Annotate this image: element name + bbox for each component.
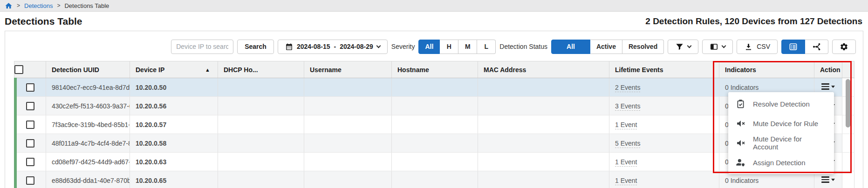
col-header-device-ip[interactable]: Device IP ▲ bbox=[130, 61, 218, 78]
assign-detection-icon bbox=[736, 158, 745, 168]
lifetime-events-cell: 1 Event bbox=[609, 115, 719, 134]
mac-address-cell bbox=[478, 115, 609, 134]
date-range-end: 2024-08-29 bbox=[340, 43, 373, 50]
lifetime-events-cell: 3 Events bbox=[609, 97, 719, 115]
search-button[interactable]: Search bbox=[237, 40, 274, 54]
severity-high-button[interactable]: H bbox=[440, 40, 458, 54]
date-range-start: 2024-08-15 bbox=[297, 43, 330, 50]
events-link[interactable]: 1 Event bbox=[615, 177, 637, 185]
settings-gear-icon bbox=[840, 42, 848, 51]
severity-label: Severity bbox=[391, 43, 415, 50]
sort-asc-icon[interactable]: ▲ bbox=[205, 67, 210, 73]
menu-item-mute-device-account[interactable]: Mute Device for Account bbox=[728, 133, 834, 153]
detection-uuid-cell[interactable]: 430c2ef5-f513-4603-9a37-6... bbox=[46, 97, 130, 115]
menu-item-assign-detection[interactable]: Assign Detection bbox=[728, 153, 834, 172]
mac-address-cell bbox=[478, 153, 609, 171]
events-link[interactable]: 1 Event bbox=[615, 158, 637, 167]
events-link[interactable]: 5 Events bbox=[615, 140, 640, 148]
date-range-separator: - bbox=[334, 43, 336, 50]
table-view-icon bbox=[789, 42, 798, 51]
username-cell bbox=[304, 171, 392, 188]
dhcp-host-cell bbox=[218, 153, 304, 171]
column-picker-button[interactable] bbox=[702, 40, 733, 54]
detection-uuid-cell[interactable]: 48f011a9-4c7b-4cf4-8de7-8... bbox=[46, 134, 130, 153]
lifetime-events-cell: 2 Events bbox=[609, 78, 719, 97]
col-header-mac-address[interactable]: MAC Address bbox=[478, 61, 609, 78]
dhcp-host-cell bbox=[218, 134, 304, 153]
hostname-cell bbox=[392, 115, 478, 134]
lifetime-events-cell: 1 Event bbox=[609, 171, 719, 188]
mute-device-icon bbox=[736, 138, 745, 148]
dhcp-host-cell bbox=[218, 97, 304, 115]
scrollbar-gutter bbox=[842, 61, 854, 78]
graph-view-icon bbox=[812, 42, 821, 51]
row-checkbox[interactable] bbox=[14, 171, 46, 188]
filter-funnel-icon bbox=[675, 42, 684, 51]
col-header-indicators[interactable]: Indicators bbox=[719, 61, 814, 78]
breadcrumb: > Detections > Detections Table bbox=[0, 0, 868, 12]
detections-summary: 2 Detection Rules, 120 Devices from 127 … bbox=[645, 16, 862, 27]
mac-address-cell bbox=[478, 97, 609, 115]
detection-uuid-cell[interactable]: cd08ef97-d425-44d9-ad67-... bbox=[46, 153, 130, 171]
chevron-down-icon bbox=[722, 44, 726, 48]
col-header-dhcp-host[interactable]: DHCP Ho... bbox=[218, 61, 304, 78]
caret-down-icon bbox=[831, 86, 835, 88]
username-cell bbox=[304, 134, 392, 153]
events-link[interactable]: 1 Event bbox=[615, 121, 637, 129]
page-header: Detections Table 2 Detection Rules, 120 … bbox=[0, 12, 868, 31]
row-checkbox[interactable] bbox=[14, 115, 46, 134]
menu-item-mute-device-rule[interactable]: Mute Device for Rule bbox=[728, 114, 834, 133]
hostname-cell bbox=[392, 153, 478, 171]
device-ip-cell: 10.20.0.65 bbox=[130, 171, 218, 188]
username-cell bbox=[304, 97, 392, 115]
username-cell bbox=[304, 115, 392, 134]
date-range-button[interactable]: 2024-08-15 - 2024-08-29 bbox=[278, 40, 388, 54]
lifetime-events-cell: 5 Events bbox=[609, 134, 719, 153]
row-checkbox[interactable] bbox=[14, 78, 46, 97]
page-title: Detections Table bbox=[5, 16, 82, 27]
detection-status-filter: All Active Resolved bbox=[551, 40, 664, 54]
device-ip-cell: 10.20.0.56 bbox=[130, 97, 218, 115]
table-header-row: Detection UUID Device IP ▲ DHCP Ho... Us… bbox=[14, 61, 854, 78]
home-icon[interactable] bbox=[5, 2, 13, 10]
hostname-cell bbox=[392, 78, 478, 97]
events-link[interactable]: 3 Events bbox=[615, 102, 640, 111]
col-header-detection-uuid[interactable]: Detection UUID bbox=[46, 61, 130, 78]
col-header-username[interactable]: Username bbox=[304, 61, 392, 78]
col-header-lifetime-events[interactable]: Lifetime Events bbox=[609, 61, 719, 78]
hamburger-menu-icon bbox=[821, 175, 829, 184]
dhcp-host-cell bbox=[218, 171, 304, 188]
row-checkbox[interactable] bbox=[14, 153, 46, 171]
table-view-button[interactable] bbox=[781, 40, 805, 54]
severity-low-button[interactable]: L bbox=[477, 40, 496, 54]
status-all-button[interactable]: All bbox=[551, 40, 590, 54]
row-checkbox[interactable] bbox=[14, 97, 46, 115]
menu-item-resolve-detection[interactable]: Resolve Detection bbox=[728, 94, 834, 114]
status-resolved-button[interactable]: Resolved bbox=[622, 40, 664, 54]
severity-strip bbox=[14, 78, 17, 188]
detection-uuid-cell[interactable]: 7f3ac9ce-319b-4bed-85b1-c... bbox=[46, 115, 130, 134]
row-checkbox[interactable] bbox=[14, 134, 46, 153]
severity-medium-button[interactable]: M bbox=[458, 40, 477, 54]
col-header-hostname[interactable]: Hostname bbox=[392, 61, 478, 78]
events-link[interactable]: 2 Events bbox=[615, 84, 640, 92]
detection-uuid-cell[interactable]: e88d63dd-dda1-40e7-870b-... bbox=[46, 171, 130, 188]
action-dropdown-menu: Resolve Detection Mute Device for Rule M… bbox=[728, 92, 834, 174]
username-cell bbox=[304, 78, 392, 97]
detection-uuid-cell[interactable]: 98140ec7-ecc9-41ea-8d7d-... bbox=[46, 78, 130, 97]
settings-button[interactable] bbox=[832, 40, 856, 54]
dhcp-host-cell bbox=[218, 115, 304, 134]
search-input[interactable] bbox=[171, 40, 233, 54]
vertical-scrollbar[interactable] bbox=[846, 79, 850, 128]
dhcp-host-cell bbox=[218, 78, 304, 97]
breadcrumb-link-detections[interactable]: Detections bbox=[24, 2, 53, 9]
graph-view-button[interactable] bbox=[805, 40, 828, 54]
view-toggle bbox=[781, 40, 828, 54]
csv-export-button[interactable]: CSV bbox=[737, 40, 778, 54]
status-active-button[interactable]: Active bbox=[590, 40, 622, 54]
filter-button[interactable] bbox=[668, 40, 698, 54]
device-ip-cell: 10.20.0.57 bbox=[130, 115, 218, 134]
severity-filter: All H M L bbox=[418, 40, 496, 54]
severity-all-button[interactable]: All bbox=[418, 40, 440, 54]
select-all-checkbox[interactable] bbox=[14, 61, 46, 78]
